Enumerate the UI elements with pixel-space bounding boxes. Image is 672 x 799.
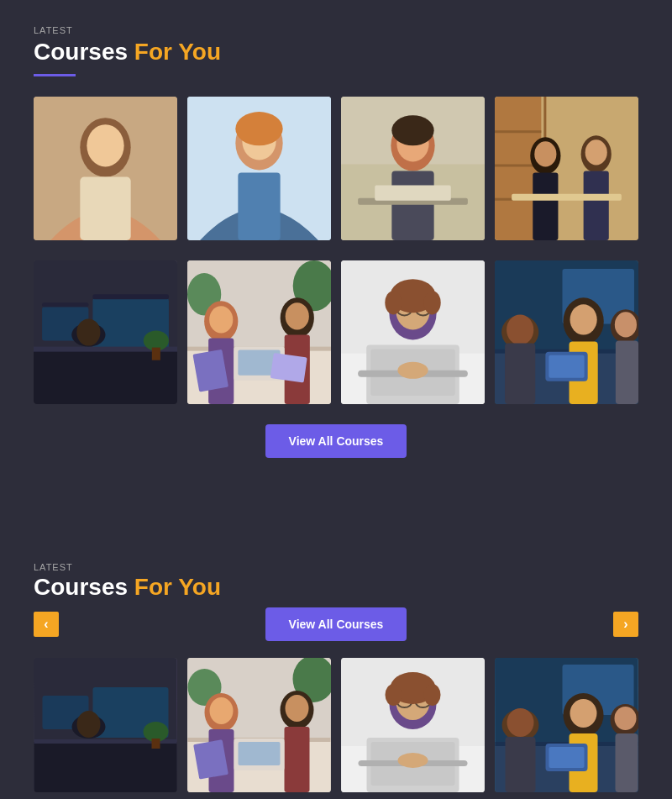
svg-rect-105 — [285, 727, 310, 792]
svg-point-48 — [209, 306, 233, 333]
carousel-card-3[interactable] — [341, 658, 485, 792]
view-all-button-top[interactable]: View All Courses — [265, 424, 407, 458]
svg-rect-9 — [238, 173, 280, 240]
svg-point-122 — [398, 753, 428, 768]
carousel-card-1[interactable] — [34, 658, 177, 792]
svg-point-68 — [385, 291, 402, 314]
svg-point-41 — [76, 318, 100, 345]
course-image-1 — [34, 97, 177, 240]
svg-rect-17 — [375, 186, 451, 201]
course-image-2 — [187, 97, 331, 240]
section-label-bottom: LATEST — [34, 562, 73, 572]
section-courses-carousel: LATEST Courses For You ‹ View All Course… — [0, 542, 672, 799]
carousel-image-1 — [34, 658, 177, 792]
carousel-card-2[interactable] — [187, 658, 331, 792]
section-divider — [0, 491, 672, 542]
svg-rect-30 — [512, 194, 622, 201]
svg-point-128 — [507, 708, 534, 737]
course-card-6[interactable] — [187, 260, 331, 404]
carousel-image-4 — [495, 658, 638, 792]
course-card-2[interactable] — [187, 97, 331, 240]
svg-point-94 — [77, 711, 101, 738]
svg-point-28 — [585, 139, 607, 165]
svg-point-70 — [397, 362, 428, 379]
svg-rect-3 — [80, 177, 130, 240]
course-image-8 — [495, 260, 638, 404]
svg-point-121 — [424, 684, 441, 706]
svg-rect-89 — [34, 742, 177, 792]
course-grid-row2 — [34, 260, 638, 404]
svg-point-131 — [570, 699, 597, 728]
svg-point-51 — [286, 302, 309, 329]
svg-rect-29 — [584, 171, 609, 240]
svg-point-76 — [507, 314, 533, 344]
svg-rect-21 — [495, 130, 541, 133]
carousel-grid — [34, 658, 638, 792]
carousel-card-4[interactable] — [495, 658, 638, 792]
course-image-5 — [34, 260, 177, 404]
course-grid-row1 — [34, 97, 638, 240]
section2-header: LATEST Courses For You — [34, 559, 638, 601]
view-all-button-carousel[interactable]: View All Courses — [265, 607, 407, 641]
svg-rect-92 — [152, 739, 160, 749]
carousel-next-button[interactable]: › — [613, 612, 638, 637]
svg-point-101 — [210, 697, 234, 724]
view-all-container-top: View All Courses — [34, 424, 638, 458]
course-image-7 — [341, 260, 485, 404]
course-card-3[interactable] — [341, 97, 485, 240]
section-title-bottom: Courses For You — [34, 574, 638, 601]
svg-point-8 — [235, 112, 282, 145]
title-highlight-top: For You — [134, 39, 221, 65]
svg-rect-107 — [239, 742, 281, 765]
title-static-bottom: Courses — [34, 574, 128, 600]
svg-rect-15 — [391, 171, 433, 240]
title-highlight-bottom: For You — [134, 574, 221, 600]
svg-rect-56 — [270, 353, 307, 382]
course-image-4 — [495, 97, 638, 240]
course-card-4[interactable] — [495, 97, 638, 240]
svg-point-120 — [386, 684, 402, 706]
svg-rect-77 — [505, 344, 535, 404]
svg-point-2 — [87, 124, 123, 166]
course-card-8[interactable] — [495, 260, 638, 404]
carousel-image-2 — [187, 658, 331, 792]
carousel-controls: ‹ View All Courses › — [34, 607, 638, 641]
title-underline-top — [34, 74, 76, 76]
svg-point-79 — [570, 304, 597, 334]
svg-rect-129 — [506, 737, 536, 792]
svg-point-136 — [615, 707, 637, 730]
section-header: LATEST Courses For You — [34, 25, 638, 97]
section-label-top: LATEST — [34, 25, 638, 35]
svg-rect-33 — [42, 302, 88, 307]
svg-rect-82 — [549, 355, 584, 378]
svg-point-84 — [615, 312, 637, 337]
svg-rect-108 — [193, 739, 228, 779]
section-courses-top: LATEST Courses For You — [0, 0, 672, 491]
course-card-1[interactable] — [34, 97, 177, 240]
course-image-3 — [341, 97, 485, 240]
carousel-image-3 — [341, 658, 485, 792]
svg-rect-39 — [152, 348, 160, 360]
svg-point-104 — [286, 695, 309, 722]
svg-rect-137 — [616, 733, 638, 792]
svg-rect-85 — [616, 341, 638, 404]
carousel-prev-button[interactable]: ‹ — [34, 612, 59, 637]
svg-rect-35 — [92, 294, 169, 299]
course-card-5[interactable] — [34, 260, 177, 404]
svg-point-14 — [391, 115, 433, 145]
svg-point-69 — [424, 291, 441, 314]
section-title-top: Courses For You — [34, 39, 638, 66]
course-card-7[interactable] — [341, 260, 485, 404]
title-static-top: Courses — [34, 39, 128, 65]
svg-rect-134 — [549, 747, 585, 768]
svg-rect-26 — [533, 173, 558, 240]
svg-point-25 — [534, 141, 556, 166]
course-image-6 — [187, 260, 331, 404]
